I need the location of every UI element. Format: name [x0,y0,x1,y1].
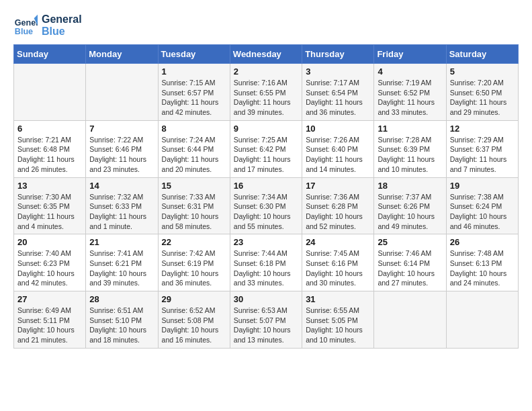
day-details: Sunrise: 7:46 AM Sunset: 6:14 PM Dayligh… [378,248,442,288]
svg-text:Blue: Blue [15,27,33,36]
day-cell: 10Sunrise: 7:26 AM Sunset: 6:40 PM Dayli… [302,120,374,177]
day-number: 20 [17,237,82,247]
day-details: Sunrise: 7:34 AM Sunset: 6:30 PM Dayligh… [234,192,298,232]
week-row-3: 13Sunrise: 7:30 AM Sunset: 6:35 PM Dayli… [14,177,519,234]
day-details: Sunrise: 7:32 AM Sunset: 6:33 PM Dayligh… [89,192,154,232]
col-header-tuesday: Tuesday [158,45,230,64]
col-header-thursday: Thursday [302,45,374,64]
day-details: Sunrise: 6:53 AM Sunset: 5:07 PM Dayligh… [234,306,298,345]
col-header-friday: Friday [374,45,446,64]
day-cell: 21Sunrise: 7:41 AM Sunset: 6:21 PM Dayli… [86,234,158,291]
day-number: 27 [17,294,82,304]
logo-icon: General Blue [13,13,38,38]
day-details: Sunrise: 7:24 AM Sunset: 6:44 PM Dayligh… [162,135,226,175]
day-details: Sunrise: 7:44 AM Sunset: 6:18 PM Dayligh… [234,248,298,288]
day-cell: 5Sunrise: 7:20 AM Sunset: 6:50 PM Daylig… [446,64,518,121]
day-number: 17 [306,181,370,191]
day-details: Sunrise: 7:38 AM Sunset: 6:24 PM Dayligh… [450,192,515,232]
day-number: 1 [162,66,226,77]
day-number: 28 [89,294,154,304]
logo-general: General [42,13,82,26]
day-cell: 31Sunrise: 6:55 AM Sunset: 5:05 PM Dayli… [302,291,374,349]
day-cell: 2Sunrise: 7:16 AM Sunset: 6:55 PM Daylig… [230,64,302,121]
calendar-table: SundayMondayTuesdayWednesdayThursdayFrid… [13,44,519,349]
day-number: 16 [234,181,298,191]
day-cell: 15Sunrise: 7:33 AM Sunset: 6:31 PM Dayli… [158,177,230,234]
day-details: Sunrise: 7:40 AM Sunset: 6:23 PM Dayligh… [17,248,82,288]
day-cell: 16Sunrise: 7:34 AM Sunset: 6:30 PM Dayli… [230,177,302,234]
day-details: Sunrise: 7:33 AM Sunset: 6:31 PM Dayligh… [162,192,226,232]
day-cell: 20Sunrise: 7:40 AM Sunset: 6:23 PM Dayli… [14,234,86,291]
logo-blue: Blue [42,26,82,38]
day-cell: 28Sunrise: 6:51 AM Sunset: 5:10 PM Dayli… [86,291,158,349]
day-cell: 26Sunrise: 7:48 AM Sunset: 6:13 PM Dayli… [446,234,518,291]
day-number: 26 [450,237,515,247]
day-details: Sunrise: 7:45 AM Sunset: 6:16 PM Dayligh… [306,248,370,288]
day-number: 11 [378,124,442,134]
day-number: 19 [450,181,515,191]
day-cell: 3Sunrise: 7:17 AM Sunset: 6:54 PM Daylig… [302,64,374,121]
day-details: Sunrise: 7:48 AM Sunset: 6:13 PM Dayligh… [450,248,515,288]
week-row-4: 20Sunrise: 7:40 AM Sunset: 6:23 PM Dayli… [14,234,519,291]
day-cell: 8Sunrise: 7:24 AM Sunset: 6:44 PM Daylig… [158,120,230,177]
day-cell [14,64,86,121]
week-row-5: 27Sunrise: 6:49 AM Sunset: 5:11 PM Dayli… [14,291,519,349]
col-header-saturday: Saturday [446,45,518,64]
day-cell: 12Sunrise: 7:29 AM Sunset: 6:37 PM Dayli… [446,120,518,177]
day-number: 9 [234,124,298,134]
day-details: Sunrise: 7:20 AM Sunset: 6:50 PM Dayligh… [450,78,515,118]
day-details: Sunrise: 7:30 AM Sunset: 6:35 PM Dayligh… [17,192,82,232]
day-details: Sunrise: 6:52 AM Sunset: 5:08 PM Dayligh… [162,306,226,345]
day-details: Sunrise: 7:28 AM Sunset: 6:39 PM Dayligh… [378,135,442,175]
day-number: 15 [162,181,226,191]
day-details: Sunrise: 7:41 AM Sunset: 6:21 PM Dayligh… [89,248,154,288]
day-number: 14 [89,181,154,191]
day-cell: 29Sunrise: 6:52 AM Sunset: 5:08 PM Dayli… [158,291,230,349]
day-number: 31 [306,294,370,304]
day-cell: 9Sunrise: 7:25 AM Sunset: 6:42 PM Daylig… [230,120,302,177]
day-details: Sunrise: 7:25 AM Sunset: 6:42 PM Dayligh… [234,135,298,175]
day-details: Sunrise: 7:29 AM Sunset: 6:37 PM Dayligh… [450,135,515,175]
day-cell: 11Sunrise: 7:28 AM Sunset: 6:39 PM Dayli… [374,120,446,177]
day-cell: 17Sunrise: 7:36 AM Sunset: 6:28 PM Dayli… [302,177,374,234]
day-details: Sunrise: 7:16 AM Sunset: 6:55 PM Dayligh… [234,78,298,118]
day-number: 23 [234,237,298,247]
day-details: Sunrise: 7:17 AM Sunset: 6:54 PM Dayligh… [306,78,370,118]
day-cell [446,291,518,349]
day-cell: 6Sunrise: 7:21 AM Sunset: 6:48 PM Daylig… [14,120,86,177]
day-details: Sunrise: 7:26 AM Sunset: 6:40 PM Dayligh… [306,135,370,175]
day-number: 30 [234,294,298,304]
day-details: Sunrise: 6:49 AM Sunset: 5:11 PM Dayligh… [17,306,82,345]
day-number: 2 [234,66,298,77]
day-number: 21 [89,237,154,247]
day-number: 8 [162,124,226,134]
day-details: Sunrise: 7:37 AM Sunset: 6:26 PM Dayligh… [378,192,442,232]
day-cell: 7Sunrise: 7:22 AM Sunset: 6:46 PM Daylig… [86,120,158,177]
day-cell: 22Sunrise: 7:42 AM Sunset: 6:19 PM Dayli… [158,234,230,291]
day-number: 13 [17,181,82,191]
day-cell: 4Sunrise: 7:19 AM Sunset: 6:52 PM Daylig… [374,64,446,121]
day-number: 7 [89,124,154,134]
day-cell: 27Sunrise: 6:49 AM Sunset: 5:11 PM Dayli… [14,291,86,349]
day-details: Sunrise: 7:22 AM Sunset: 6:46 PM Dayligh… [89,135,154,175]
day-details: Sunrise: 7:42 AM Sunset: 6:19 PM Dayligh… [162,248,226,288]
day-cell: 13Sunrise: 7:30 AM Sunset: 6:35 PM Dayli… [14,177,86,234]
day-cell: 1Sunrise: 7:15 AM Sunset: 6:57 PM Daylig… [158,64,230,121]
week-row-2: 6Sunrise: 7:21 AM Sunset: 6:48 PM Daylig… [14,120,519,177]
day-number: 6 [17,124,82,134]
day-details: Sunrise: 7:36 AM Sunset: 6:28 PM Dayligh… [306,192,370,232]
day-number: 5 [450,66,515,77]
day-cell: 19Sunrise: 7:38 AM Sunset: 6:24 PM Dayli… [446,177,518,234]
day-details: Sunrise: 7:15 AM Sunset: 6:57 PM Dayligh… [162,78,226,118]
day-details: Sunrise: 7:21 AM Sunset: 6:48 PM Dayligh… [17,135,82,175]
day-cell: 23Sunrise: 7:44 AM Sunset: 6:18 PM Dayli… [230,234,302,291]
day-cell [86,64,158,121]
day-cell: 25Sunrise: 7:46 AM Sunset: 6:14 PM Dayli… [374,234,446,291]
day-cell: 18Sunrise: 7:37 AM Sunset: 6:26 PM Dayli… [374,177,446,234]
week-row-1: 1Sunrise: 7:15 AM Sunset: 6:57 PM Daylig… [14,64,519,121]
day-details: Sunrise: 6:51 AM Sunset: 5:10 PM Dayligh… [89,306,154,345]
col-header-monday: Monday [86,45,158,64]
logo: General Blue General Blue [13,13,82,38]
day-cell: 24Sunrise: 7:45 AM Sunset: 6:16 PM Dayli… [302,234,374,291]
day-number: 29 [162,294,226,304]
